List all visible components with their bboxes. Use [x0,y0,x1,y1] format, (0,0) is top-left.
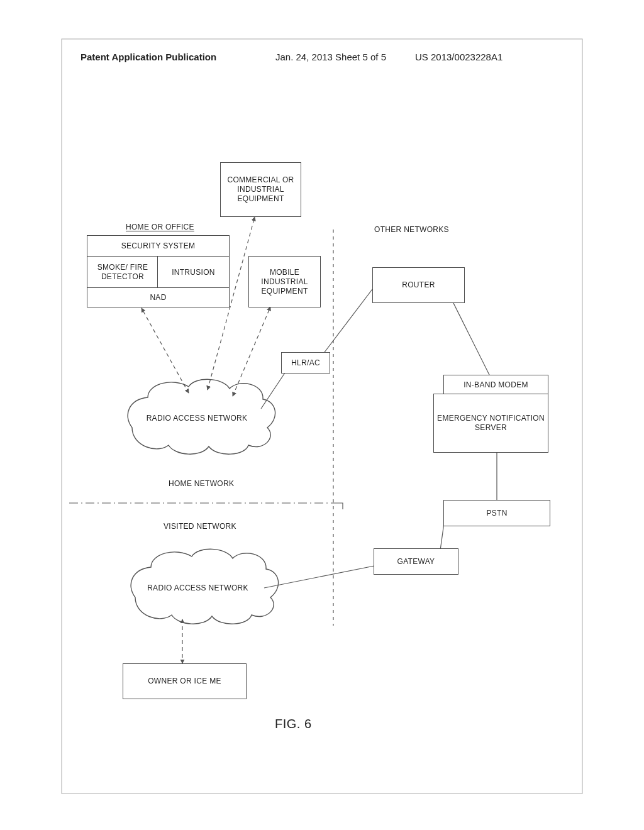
figure-caption: FIG. 6 [275,717,312,731]
node-hlr-ac: HLR/AC [281,352,330,374]
node-in-band-modem: IN-BAND MODEM [443,375,548,395]
node-security-system: SECURITY SYSTEM [87,235,230,257]
node-pstn: PSTN [443,500,550,526]
node-emergency-server: EMERGENCY NOTIFICATION SERVER [433,394,548,453]
node-commercial-equipment: COMMERCIAL OR INDUSTRIAL EQUIPMENT [220,162,301,217]
header-mid: Jan. 24, 2013 Sheet 5 of 5 [275,52,386,62]
node-router: ROUTER [372,267,465,303]
svg-line-3 [142,308,189,393]
svg-line-7 [321,289,372,357]
node-mobile-industrial: MOBILE INDUSTRIAL EQUIPMENT [248,256,321,307]
node-owner: OWNER OR ICE ME [123,663,247,699]
node-nad: NAD [87,287,230,307]
svg-line-8 [453,302,491,377]
node-smoke-fire-detector: SMOKE/ FIRE DETECTOR [87,256,158,289]
node-intrusion: INTRUSION [157,256,230,289]
node-ran-home: RADIO ACCESS NETWORK [137,414,257,423]
node-gateway: GATEWAY [374,548,458,575]
label-visited-network: VISITED NETWORK [164,522,236,531]
label-other-networks: OTHER NETWORKS [374,225,449,234]
svg-line-6 [261,371,286,409]
label-home-or-office: HOME OR OFFICE [126,223,194,231]
header-right: US 2013/0023228A1 [415,52,502,62]
header-left: Patent Application Publication [80,52,216,62]
node-ran-visited: RADIO ACCESS NETWORK [140,584,256,592]
label-home-network: HOME NETWORK [169,479,234,488]
svg-line-5 [233,307,270,396]
svg-line-11 [264,566,374,588]
